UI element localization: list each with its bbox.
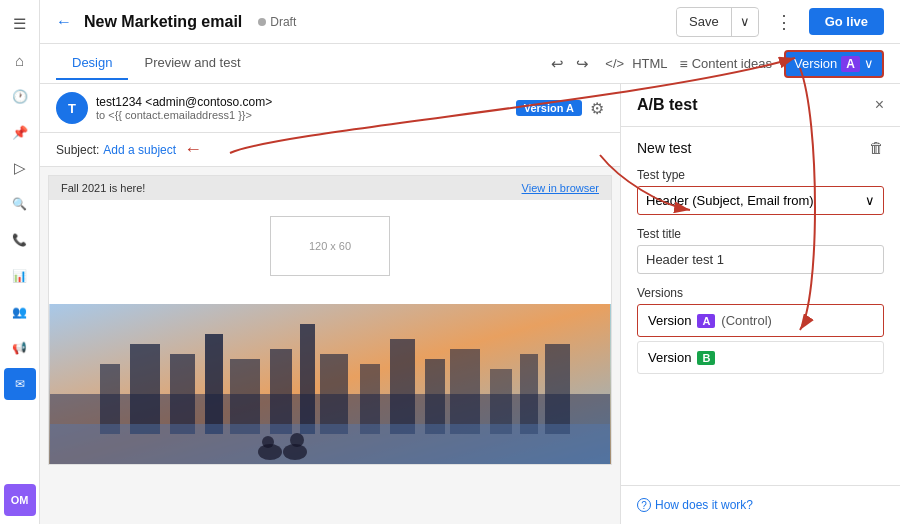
close-panel-button[interactable]: ×	[875, 96, 884, 114]
svg-rect-17	[50, 424, 610, 464]
svg-point-20	[262, 436, 274, 448]
svg-rect-2	[100, 364, 120, 434]
megaphone-icon[interactable]: 📢	[4, 332, 36, 364]
version-b-badge: B	[697, 351, 715, 365]
test-type-field: Test type Header (Subject, Email from) ∨	[637, 168, 884, 215]
recent-icon[interactable]: 🕐	[4, 80, 36, 112]
red-arrow-subject: ←	[184, 139, 202, 160]
version-a-badge: A	[697, 314, 715, 328]
help-icon: ?	[637, 498, 651, 512]
test-type-label: Test type	[637, 168, 884, 182]
chart-icon[interactable]: 📊	[4, 260, 36, 292]
undo-redo: ↩ ↪	[547, 53, 593, 75]
content-ideas-button[interactable]: ≡ Content ideas	[680, 56, 772, 72]
panel-header: A/B test ×	[621, 84, 900, 127]
draft-label: Draft	[270, 15, 296, 29]
test-name-row: New test 🗑	[637, 139, 884, 156]
versions-label: Versions	[637, 286, 884, 300]
main-area: ← New Marketing email Draft Save ∨ ⋮ Go …	[40, 0, 900, 524]
people-icon[interactable]: 👥	[4, 296, 36, 328]
version-text: Version	[794, 56, 837, 71]
play-icon[interactable]: ▷	[4, 152, 36, 184]
panel-footer: ? How does it work?	[621, 485, 900, 524]
subject-label: Subject:	[56, 143, 99, 157]
version-b-item[interactable]: Version B	[637, 341, 884, 374]
insights-icon[interactable]: 🔍	[4, 188, 36, 220]
more-menu-button[interactable]: ⋮	[767, 9, 801, 35]
hamburger-icon[interactable]: ☰	[4, 8, 36, 40]
page-title: New Marketing email	[84, 13, 242, 31]
email-preview: T test1234 <admin@contoso.com> to <{{ co…	[40, 84, 620, 524]
email-header-bar: T test1234 <admin@contoso.com> to <{{ co…	[40, 84, 620, 133]
version-a-badge: A	[841, 56, 860, 72]
version-a-item[interactable]: Version A (Control)	[637, 304, 884, 337]
html-icon: </>	[605, 56, 624, 71]
test-title-field: Test title Header test 1	[637, 227, 884, 274]
email-body: Fall 2021 is here! View in browser 120 x…	[48, 175, 612, 465]
content-ideas-icon: ≡	[680, 56, 688, 72]
svg-rect-10	[360, 364, 380, 434]
svg-rect-11	[390, 339, 415, 434]
save-label: Save	[677, 9, 731, 34]
svg-rect-8	[300, 324, 315, 434]
svg-rect-5	[205, 334, 223, 434]
svg-rect-15	[520, 354, 538, 434]
version-button[interactable]: Version A ∨	[784, 50, 884, 78]
save-dropdown-icon[interactable]: ∨	[732, 9, 758, 34]
tabs-bar: Design Preview and test ↩ ↪ </> HTML ≡ C…	[40, 44, 900, 84]
svg-rect-13	[450, 349, 480, 434]
how-does-it-work-link[interactable]: How does it work?	[655, 498, 753, 512]
version-dropdown-icon: ∨	[864, 56, 874, 71]
back-button[interactable]: ←	[56, 13, 76, 31]
email-to-line: to <{{ contact.emailaddress1 }}>	[96, 109, 508, 121]
delete-test-button[interactable]: 🗑	[869, 139, 884, 156]
home-icon[interactable]: ⌂	[4, 44, 36, 76]
svg-rect-3	[130, 344, 160, 434]
pin-icon[interactable]: 📌	[4, 116, 36, 148]
back-arrow-icon: ←	[56, 13, 72, 31]
email-placeholder-area: 120 x 60	[49, 200, 611, 304]
svg-point-21	[290, 433, 304, 447]
tab-design[interactable]: Design	[56, 47, 128, 80]
add-subject-link[interactable]: Add a subject	[103, 143, 176, 157]
html-button[interactable]: </> HTML	[605, 56, 667, 71]
panel-title: A/B test	[637, 96, 697, 114]
test-type-select[interactable]: Header (Subject, Email from) ∨	[637, 186, 884, 215]
test-title-input[interactable]: Header test 1	[637, 245, 884, 274]
svg-rect-16	[545, 344, 570, 434]
avatar: T	[56, 92, 88, 124]
om-badge[interactable]: OM	[4, 484, 36, 516]
phone-icon[interactable]: 📞	[4, 224, 36, 256]
test-type-value: Header (Subject, Email from)	[646, 193, 814, 208]
placeholder-box: 120 x 60	[270, 216, 390, 276]
email-version-tag: Version A	[516, 100, 582, 116]
test-name: New test	[637, 140, 691, 156]
view-in-browser-link[interactable]: View in browser	[522, 182, 599, 194]
undo-button[interactable]: ↩	[547, 53, 568, 75]
svg-rect-12	[425, 359, 445, 434]
ab-test-panel: A/B test × New test 🗑 Test type Header (…	[620, 84, 900, 524]
settings-icon[interactable]: ⚙	[590, 99, 604, 118]
mail-active-icon[interactable]: ✉	[4, 368, 36, 400]
redo-button[interactable]: ↪	[572, 53, 593, 75]
draft-badge: Draft	[258, 15, 296, 29]
svg-rect-7	[270, 349, 292, 434]
go-live-button[interactable]: Go live	[809, 8, 884, 35]
email-from-name: test1234 <admin@contoso.com>	[96, 95, 508, 109]
content-area: T test1234 <admin@contoso.com> to <{{ co…	[40, 84, 900, 524]
test-title-label: Test title	[637, 227, 884, 241]
html-label: HTML	[632, 56, 667, 71]
test-type-dropdown-icon: ∨	[865, 193, 875, 208]
sidebar: ☰ ⌂ 🕐 📌 ▷ 🔍 📞 📊 👥 📢 ✉ OM	[0, 0, 40, 524]
version-a-control-label: (Control)	[721, 313, 772, 328]
tab-preview-test[interactable]: Preview and test	[128, 47, 256, 80]
email-subject-bar: Subject: Add a subject ←	[40, 133, 620, 167]
topbar-label: Fall 2021 is here!	[61, 182, 145, 194]
email-city-image	[49, 304, 611, 464]
svg-rect-9	[320, 354, 348, 434]
version-b-text: Version	[648, 350, 691, 365]
city-svg	[49, 304, 611, 464]
panel-body: New test 🗑 Test type Header (Subject, Em…	[621, 127, 900, 485]
save-button[interactable]: Save ∨	[676, 7, 759, 37]
email-topbar: Fall 2021 is here! View in browser	[49, 176, 611, 200]
